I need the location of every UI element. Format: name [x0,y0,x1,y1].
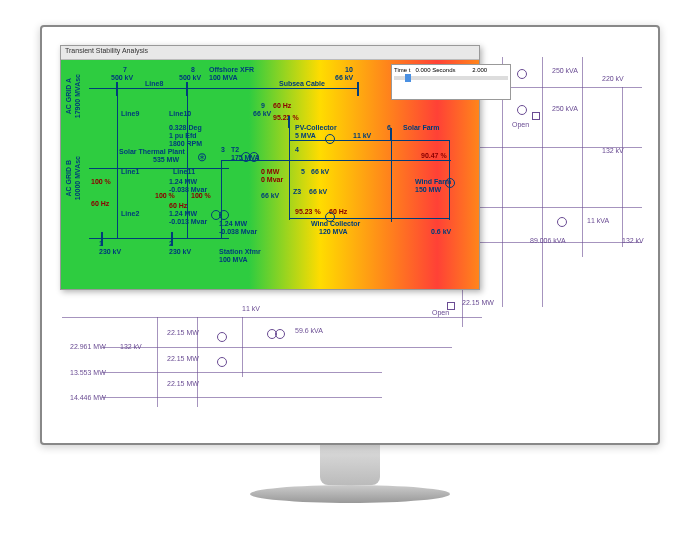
z3-kv: 66 kV [309,188,327,195]
bus-bar [390,128,392,140]
overlay-titlebar[interactable]: Transient Stability Analysis [61,46,479,60]
grid-a-rating: 17900 MVAsc [74,74,81,118]
bus11-v: 11 kV [353,132,371,139]
bg-wire [102,347,452,348]
wire [89,168,229,169]
transformer-icon [219,210,229,220]
bus4-num: 4 [295,146,299,153]
pct-pv2: 95.23 % [295,208,321,215]
pvcol-rating: 5 MVA [295,132,316,139]
label: 22.15 MW [167,329,199,336]
wire [289,120,290,220]
station-xfmr: Station Xfmr [219,248,261,255]
generator-icon [325,134,335,144]
wire [289,218,449,219]
hz-b: 60 Hz [169,202,187,209]
plant-rating: 535 MW [153,156,179,163]
t2-name: T2 [231,146,239,153]
transformer-icon [275,329,285,339]
wire [221,160,222,238]
label: 11 kV [242,305,260,312]
wind-farm-rating: 150 MW [415,186,441,193]
bg-wire [157,317,158,407]
time-slider-popup[interactable]: Time t 0.000 Seconds 2.000 [391,64,511,100]
transformer-icon [517,69,527,79]
pvcol-name: PV-Collector [295,124,337,131]
bus8-v: 500 kV [179,74,201,81]
bus-bar [116,82,118,96]
bus9-num: 9 [261,102,265,109]
bus5-num: 5 [301,168,305,175]
bus1-v: 230 kV [99,248,121,255]
generator-icon [325,212,335,222]
solar-farm: Solar Farm [403,124,440,131]
wire [117,88,118,238]
p06: 0.6 kV [431,228,451,235]
monitor-frame: 250 kVA 220 kV 250 kVA Open 132 kV 11 kV… [40,25,660,525]
plant-deg: 0.328 Deg [169,124,202,131]
wire [89,88,359,89]
l2-mw: 1.24 MW [169,210,197,217]
kv66: 66 kV [261,192,279,199]
stability-overlay-window[interactable]: Transient Stability Analysis Time t 0.00… [60,45,480,290]
generator-icon [217,357,227,367]
pct-wind: 90.47 % [421,152,447,159]
t2-mvar: 0 Mvar [261,176,283,183]
bus10-num: 10 [345,66,353,73]
overlay-content: Time t 0.000 Seconds 2.000 AC GRID A 179… [61,60,479,289]
slider-start: 0.000 Seconds [415,67,455,73]
label: 132 kV [622,237,644,244]
monitor-stand-base [250,485,450,503]
windcol-rating: 120 MVA [319,228,348,235]
bg-wire [62,317,482,318]
bus7-v: 500 kV [111,74,133,81]
wind-turbine-icon [445,178,455,188]
label: 22.961 MW [70,343,106,350]
bg-wire [242,317,243,377]
bus-bar [101,232,103,246]
bus10-v: 66 kV [335,74,353,81]
stx-mw: 1.24 MW [219,220,247,227]
z3-name: Z3 [293,188,301,195]
stx-mvar: -0.038 Mvar [219,228,257,235]
grid-b-name: AC GRID B [65,160,72,197]
label: 89.006 kVA [530,237,566,244]
label: 22.15 MW [167,380,199,387]
line8: Line8 [145,80,163,87]
monitor-stand-neck [320,445,380,485]
bus9-v: 66 kV [253,110,271,117]
wire [289,140,449,141]
label: 250 kVA [552,67,578,74]
plant-rpm: 1800 RPM [169,140,202,147]
transformer-icon [517,105,527,115]
time-slider-track[interactable] [394,76,508,80]
label: 22.15 MW [462,299,494,306]
label: 14.446 MW [70,394,106,401]
l2-mvar: -0.013 Mvar [169,218,207,225]
line1: Line1 [121,168,139,175]
offshore-xfr: Offshore XFR [209,66,254,73]
windcol-name: Wind Collector [311,220,360,227]
slider-end: 2.000 [472,67,487,73]
screen: 250 kVA 220 kV 250 kVA Open 132 kV 11 kV… [40,25,660,445]
breaker-icon [532,112,540,120]
bg-wire [622,87,623,247]
plant-efd: 1 pu Efd [169,132,197,139]
t2-mw: 0 MW [261,168,279,175]
subsea-cable: Subsea Cable [279,80,325,87]
plant-name: Solar Thermal Plant [119,148,185,155]
line9: Line9 [121,110,139,117]
line11: Line11 [173,168,195,175]
offshore-xfr-rating: 100 MVA [209,74,238,81]
bg-wire [582,57,583,257]
label: Open [512,121,529,128]
l11-mw: 1.24 MW [169,178,197,185]
bg-wire [102,397,382,398]
pct-b: 100 % [155,192,175,199]
label: 250 kVA [552,105,578,112]
bus-bar [171,232,173,246]
wire [391,132,392,222]
grid-b-rating: 10000 MVAsc [74,156,81,200]
wire [89,238,229,239]
hz-c: 60 Hz [273,102,291,109]
